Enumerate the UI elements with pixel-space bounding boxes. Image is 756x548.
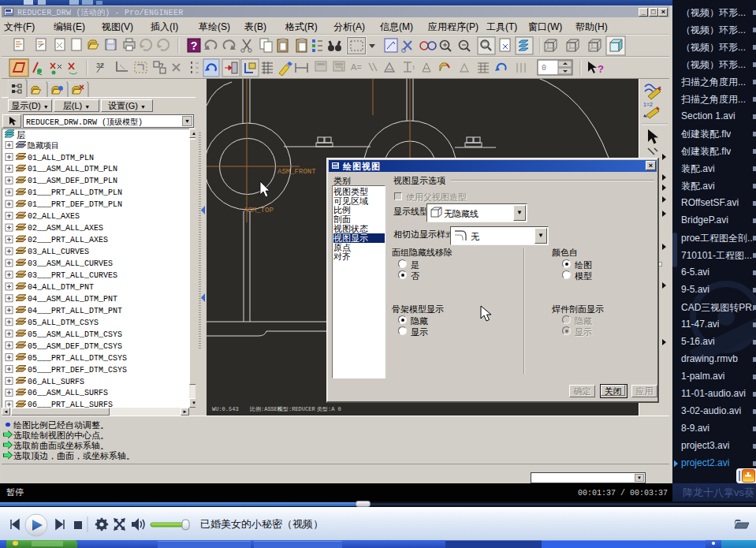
svg-text:02_ALL_AXES: 02_ALL_AXES	[28, 212, 80, 221]
svg-text:模型:REDUCER: 模型:REDUCER	[277, 406, 315, 412]
svg-text:A=: A=	[351, 62, 362, 72]
svg-text:01___PRT_DEF_DTM_PLN: 01___PRT_DEF_DTM_PLN	[28, 200, 122, 209]
svg-text:比例:ASSEM: 比例:ASSEM	[250, 406, 281, 412]
svg-text:06__ASM_ALL_SURFS: 06__ASM_ALL_SURFS	[28, 389, 108, 397]
svg-text:05_ALL_DTM_CSYS: 05_ALL_DTM_CSYS	[28, 319, 99, 327]
svg-text:05__ASM_DEF_DTM_CSYS: 05__ASM_DEF_DTM_CSYS	[28, 342, 122, 351]
svg-text:05___PRT_ALL_DTM_CSYS: 05___PRT_ALL_DTM_CSYS	[28, 354, 127, 363]
svg-text:ASM_FRONT: ASM_FRONT	[277, 168, 316, 176]
svg-text:ASM_TOP: ASM_TOP	[244, 207, 274, 214]
svg-text:?: ?	[191, 39, 198, 52]
svg-text:03___PRT_ALL_CURVES: 03___PRT_ALL_CURVES	[28, 271, 117, 280]
svg-text:01___PRT_ALL_DTM_PLN: 01___PRT_ALL_DTM_PLN	[28, 188, 122, 197]
svg-text:06___PRT_ALL_SURFS: 06___PRT_ALL_SURFS	[28, 401, 113, 408]
svg-text:0: 0	[542, 64, 546, 73]
svg-text:02__ASM_ALL_AXES: 02__ASM_ALL_AXES	[28, 224, 103, 233]
svg-text:层: 层	[17, 130, 25, 140]
svg-text:05__ASM_ALL_DTM_CSYS: 05__ASM_ALL_DTM_CSYS	[28, 330, 122, 339]
svg-text:03__ASM_ALL_CURVES: 03__ASM_ALL_CURVES	[28, 259, 113, 268]
svg-text:01_ALL_DTM_PLN: 01_ALL_DTM_PLN	[28, 154, 94, 162]
svg-text:04___PRT_ALL_DTM_PNT: 04___PRT_ALL_DTM_PNT	[28, 307, 122, 315]
svg-text:01__ASM_ALL_DTM_PLN: 01__ASM_ALL_DTM_PLN	[28, 165, 117, 173]
svg-text:05___PRT_DEF_DTM_CSYS: 05___PRT_DEF_DTM_CSYS	[28, 366, 127, 375]
svg-text:06_ALL_SURFS: 06_ALL_SURFS	[28, 378, 84, 386]
svg-text:02___PRT_ALL_AXES: 02___PRT_ALL_AXES	[28, 236, 108, 244]
svg-text:WU:0.543: WU:0.543	[212, 406, 239, 412]
svg-text:隐藏项目: 隐藏项目	[28, 141, 59, 151]
svg-text:1=2: 1=2	[643, 102, 653, 107]
svg-text:04__ASM_ALL_DTM_PNT: 04__ASM_ALL_DTM_PNT	[28, 295, 117, 304]
svg-text:?: ?	[598, 63, 604, 75]
svg-text:04_ALL_DTM_PNT: 04_ALL_DTM_PNT	[28, 283, 94, 292]
svg-text:01__ASM_DEF_DTM_PLN: 01__ASM_DEF_DTM_PLN	[28, 177, 117, 185]
svg-text:03_ALL_CURVES: 03_ALL_CURVES	[28, 248, 89, 256]
svg-text:类型:A 0: 类型:A 0	[317, 406, 341, 412]
